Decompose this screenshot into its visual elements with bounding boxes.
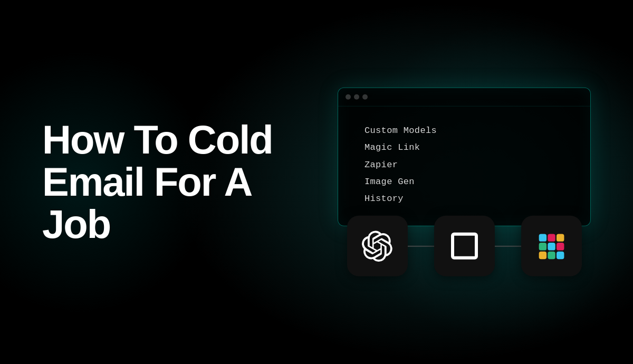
- slack-icon: [535, 231, 567, 262]
- svg-rect-7: [557, 234, 564, 241]
- connector-line-2: [495, 246, 521, 247]
- main-heading: How To Cold Email For A Job: [42, 119, 316, 245]
- outline-icon-box: [434, 216, 495, 276]
- menu-item-image-gen: Image Gen: [365, 174, 569, 190]
- openai-icon: [361, 231, 393, 262]
- svg-rect-6: [548, 252, 555, 259]
- menu-item-history: History: [365, 190, 569, 207]
- svg-rect-4: [548, 234, 555, 241]
- openai-icon-box: [347, 216, 408, 276]
- window-dot-1: [346, 94, 351, 100]
- menu-item-magic-link: Magic Link: [365, 139, 569, 156]
- svg-rect-2: [539, 243, 546, 250]
- svg-rect-8: [557, 243, 564, 250]
- svg-rect-5: [548, 243, 555, 250]
- heading-line2: Email For A Job: [42, 159, 251, 246]
- left-section: How To Cold Email For A Job: [42, 119, 316, 245]
- menu-item-custom-models: Custom Models: [365, 122, 569, 139]
- outline-icon: [450, 232, 479, 261]
- browser-content: Custom Models Magic Link Zapier Image Ge…: [338, 107, 590, 226]
- browser-window: Custom Models Magic Link Zapier Image Ge…: [338, 88, 591, 226]
- svg-rect-9: [557, 252, 564, 259]
- menu-item-zapier: Zapier: [365, 156, 569, 173]
- slack-icon-box: [521, 216, 582, 276]
- window-dot-3: [362, 94, 368, 100]
- right-section: Custom Models Magic Link Zapier Image Ge…: [327, 88, 601, 276]
- browser-titlebar: [338, 88, 590, 107]
- window-dot-2: [354, 94, 359, 100]
- heading-line1: How To Cold: [42, 117, 273, 162]
- connector-line-1: [408, 246, 434, 247]
- background: How To Cold Email For A Job Custom Model…: [0, 0, 633, 364]
- svg-rect-3: [539, 252, 546, 259]
- svg-rect-1: [539, 234, 546, 241]
- icons-row: [327, 216, 601, 276]
- svg-rect-0: [453, 234, 476, 258]
